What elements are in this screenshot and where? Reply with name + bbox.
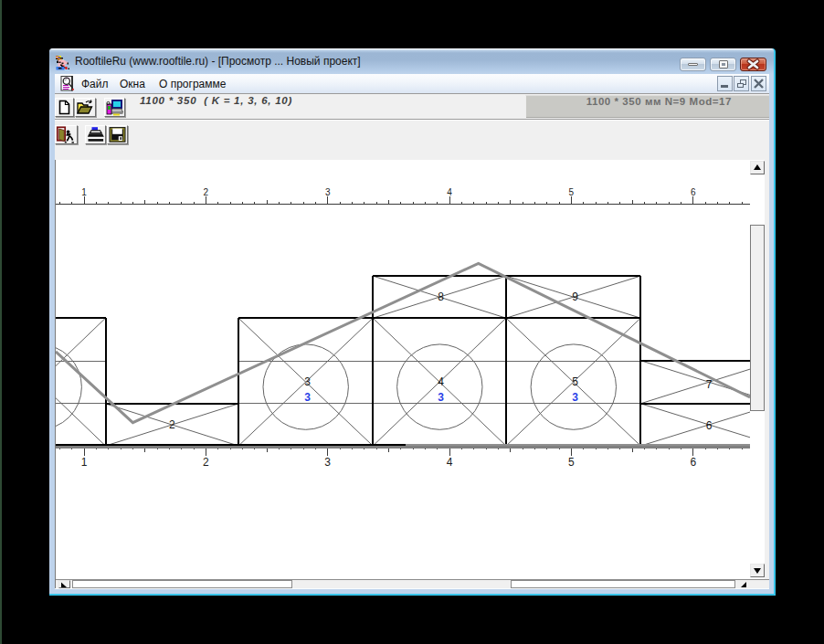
svg-text:5: 5 bbox=[568, 187, 574, 197]
svg-text:6: 6 bbox=[690, 456, 696, 469]
svg-text:3: 3 bbox=[324, 456, 331, 469]
svg-text:2: 2 bbox=[168, 419, 174, 432]
svg-text:3: 3 bbox=[324, 187, 330, 197]
svg-text:4: 4 bbox=[447, 187, 452, 197]
svg-text:5: 5 bbox=[572, 376, 578, 389]
svg-text:3: 3 bbox=[438, 391, 444, 404]
svg-text:8: 8 bbox=[438, 291, 444, 304]
svg-text:4: 4 bbox=[446, 456, 452, 469]
svg-text:2: 2 bbox=[203, 187, 208, 197]
svg-text:5: 5 bbox=[568, 456, 575, 469]
svg-text:3: 3 bbox=[304, 376, 311, 389]
svg-text:6: 6 bbox=[705, 419, 712, 432]
svg-text:4: 4 bbox=[438, 376, 444, 389]
svg-text:1: 1 bbox=[81, 187, 87, 197]
svg-text:9: 9 bbox=[572, 291, 578, 304]
svg-text:7: 7 bbox=[705, 378, 712, 391]
svg-text:3: 3 bbox=[572, 391, 578, 404]
svg-text:3: 3 bbox=[304, 391, 311, 404]
svg-text:1: 1 bbox=[80, 456, 87, 469]
svg-text:2: 2 bbox=[202, 456, 208, 469]
svg-text:6: 6 bbox=[691, 187, 696, 197]
